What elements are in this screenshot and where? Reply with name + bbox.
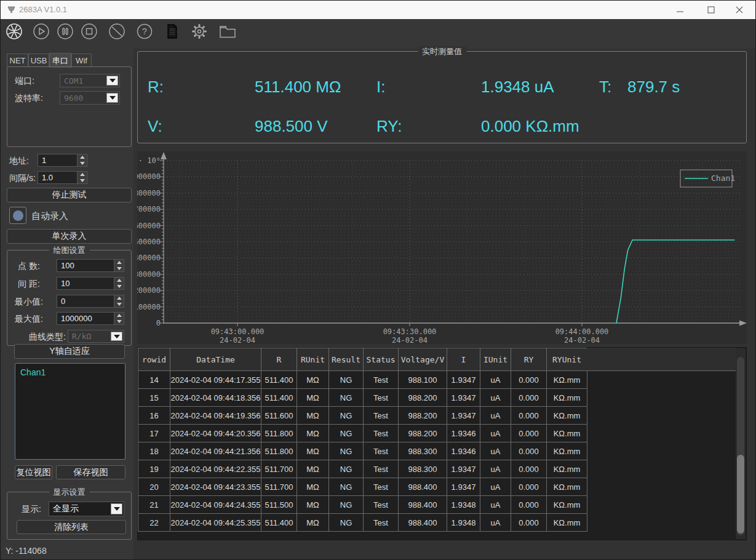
table-cell[interactable]: 988.400 bbox=[399, 478, 447, 496]
table-cell[interactable]: 511.700 bbox=[261, 478, 297, 496]
tab-wifi[interactable]: Wif bbox=[71, 54, 92, 67]
table-cell[interactable]: 988.400 bbox=[399, 496, 447, 514]
report-icon[interactable] bbox=[164, 23, 181, 40]
table-cell[interactable]: 1.9346 bbox=[447, 425, 480, 442]
table-cell[interactable]: MΩ bbox=[297, 478, 329, 496]
table-cell[interactable]: uA bbox=[480, 407, 511, 425]
table-cell[interactable]: 2024-02-04 09:44:24.355 bbox=[170, 496, 261, 514]
table-cell[interactable]: KΩ.mm bbox=[547, 478, 587, 496]
table-cell[interactable]: uA bbox=[480, 442, 511, 460]
table-cell[interactable]: uA bbox=[480, 514, 511, 532]
column-header[interactable]: DataTime bbox=[170, 348, 261, 371]
min-up-icon[interactable] bbox=[114, 295, 124, 302]
table-cell[interactable]: 0.000 bbox=[511, 496, 547, 514]
table-cell[interactable]: KΩ.mm bbox=[547, 425, 587, 442]
table-cell[interactable]: MΩ bbox=[297, 425, 329, 442]
table-cell[interactable]: KΩ.mm bbox=[547, 514, 587, 532]
column-header[interactable]: Status bbox=[364, 348, 399, 371]
tab-net[interactable]: NET bbox=[7, 54, 28, 67]
baud-select[interactable]: 9600 bbox=[60, 91, 120, 105]
table-cell[interactable]: 0.000 bbox=[511, 425, 547, 442]
table-cell[interactable]: uA bbox=[480, 460, 511, 478]
table-cell[interactable]: KΩ.mm bbox=[547, 442, 587, 460]
table-row[interactable]: 152024-02-04 09:44:18.356511.400MΩNGTest… bbox=[138, 389, 587, 407]
table-cell[interactable]: 1.9347 bbox=[447, 407, 480, 425]
table-cell[interactable]: 22 bbox=[138, 514, 170, 532]
table-cell[interactable]: 0.000 bbox=[511, 460, 547, 478]
min-stepper[interactable]: 0 bbox=[57, 295, 124, 308]
save-view-button[interactable]: 保存视图 bbox=[56, 465, 125, 479]
help-icon[interactable]: ? bbox=[136, 23, 153, 40]
table-cell[interactable]: 1.9347 bbox=[447, 371, 480, 389]
chart[interactable]: 1 · 10⁶900000800000700000600000500000400… bbox=[137, 151, 747, 344]
table-cell[interactable]: Test bbox=[364, 389, 399, 407]
column-header[interactable]: RYUnit bbox=[547, 348, 587, 371]
table-cell[interactable]: 20 bbox=[138, 478, 170, 496]
table-cell[interactable]: 988.300 bbox=[399, 460, 447, 478]
table-cell[interactable]: 0.000 bbox=[511, 371, 547, 389]
table-cell[interactable]: 988.200 bbox=[399, 407, 447, 425]
max-up-icon[interactable] bbox=[114, 313, 124, 319]
table-cell[interactable]: 511.400 bbox=[261, 371, 297, 389]
table-cell[interactable]: Test bbox=[364, 371, 399, 389]
tab-serial[interactable]: 串口 bbox=[49, 53, 71, 68]
start-icon[interactable] bbox=[33, 23, 50, 40]
table-cell[interactable]: 1.9347 bbox=[447, 460, 480, 478]
stop-icon[interactable] bbox=[81, 23, 98, 40]
points-stepper[interactable]: 100 bbox=[57, 259, 124, 272]
table-cell[interactable]: KΩ.mm bbox=[547, 460, 587, 478]
close-button[interactable] bbox=[729, 1, 750, 19]
max-stepper[interactable]: 1000000 bbox=[57, 312, 124, 325]
open-file-icon[interactable] bbox=[218, 23, 236, 40]
table-cell[interactable]: 2024-02-04 09:44:22.355 bbox=[170, 460, 261, 478]
column-header[interactable]: I bbox=[447, 348, 480, 371]
settings-icon[interactable] bbox=[191, 23, 208, 40]
port-select[interactable]: COM1 bbox=[60, 74, 120, 87]
table-cell[interactable]: Test bbox=[364, 478, 399, 496]
table-row[interactable]: 212024-02-04 09:44:24.355511.500MΩNGTest… bbox=[138, 496, 587, 514]
table-cell[interactable]: MΩ bbox=[297, 514, 329, 532]
points-up-icon[interactable] bbox=[114, 260, 124, 266]
scrollbar-thumb[interactable] bbox=[737, 455, 744, 534]
table-cell[interactable]: Test bbox=[364, 514, 399, 532]
points-down-icon[interactable] bbox=[114, 266, 124, 272]
gap-stepper[interactable]: 10 bbox=[57, 277, 124, 290]
table-row[interactable]: 162024-02-04 09:44:19.356511.600MΩNGTest… bbox=[138, 407, 587, 425]
table-cell[interactable]: 2024-02-04 09:44:25.355 bbox=[170, 514, 261, 532]
table-cell[interactable]: 511.600 bbox=[261, 407, 297, 425]
table-cell[interactable]: 15 bbox=[138, 389, 170, 407]
table-cell[interactable]: 988.100 bbox=[399, 371, 447, 389]
address-down-icon[interactable] bbox=[78, 161, 87, 167]
table-cell[interactable]: Test bbox=[364, 407, 399, 425]
table-cell[interactable]: KΩ.mm bbox=[547, 407, 587, 425]
table-cell[interactable]: uA bbox=[480, 496, 511, 514]
address-up-icon[interactable] bbox=[78, 154, 87, 161]
table-cell[interactable]: 2024-02-04 09:44:18.356 bbox=[170, 389, 261, 407]
table-cell[interactable]: 2024-02-04 09:44:21.356 bbox=[170, 442, 261, 460]
table-cell[interactable]: MΩ bbox=[297, 460, 329, 478]
tab-usb[interactable]: USB bbox=[28, 54, 49, 67]
table-cell[interactable]: Test bbox=[364, 496, 399, 514]
gap-down-icon[interactable] bbox=[114, 284, 124, 290]
interval-up-icon[interactable] bbox=[78, 172, 87, 178]
table-cell[interactable]: uA bbox=[480, 389, 511, 407]
table-cell[interactable]: 2024-02-04 09:44:20.356 bbox=[170, 425, 261, 442]
table-cell[interactable]: 17 bbox=[138, 425, 170, 442]
column-header[interactable]: R bbox=[261, 348, 297, 371]
table-cell[interactable]: 14 bbox=[138, 371, 170, 389]
table-cell[interactable]: KΩ.mm bbox=[547, 496, 587, 514]
table-cell[interactable]: uA bbox=[480, 425, 511, 442]
table-cell[interactable]: 0.000 bbox=[511, 478, 547, 496]
table-cell[interactable]: KΩ.mm bbox=[547, 389, 587, 407]
table-cell[interactable]: uA bbox=[480, 371, 511, 389]
table-cell[interactable]: 1.9348 bbox=[447, 514, 480, 532]
table-cell[interactable]: NG bbox=[329, 407, 364, 425]
interval-stepper[interactable]: 1.0 bbox=[38, 171, 87, 184]
table-cell[interactable]: 1.9348 bbox=[447, 496, 480, 514]
table-cell[interactable]: 511.400 bbox=[261, 389, 297, 407]
display-dropdown-arrow-icon[interactable] bbox=[111, 503, 122, 514]
reset-view-button[interactable]: 复位视图 bbox=[15, 465, 52, 479]
table-cell[interactable]: 0.000 bbox=[511, 389, 547, 407]
curve-type-dropdown-arrow-icon[interactable] bbox=[111, 332, 122, 341]
table-cell[interactable]: Test bbox=[364, 442, 399, 460]
